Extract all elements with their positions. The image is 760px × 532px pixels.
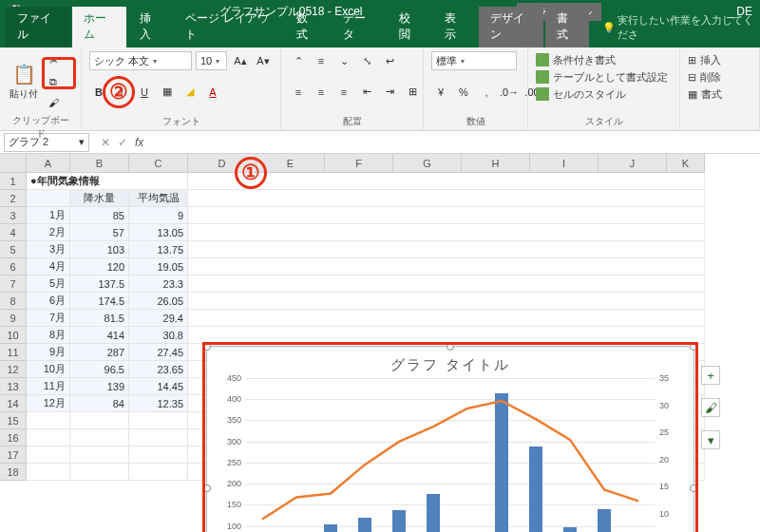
col-header-k[interactable]: K (667, 154, 705, 173)
grid-cell[interactable]: 降水量 (70, 190, 129, 207)
tab-format[interactable]: 書式 (545, 7, 589, 48)
row-header[interactable]: 9 (0, 310, 27, 327)
chart-styles-button[interactable]: 🖌 (701, 398, 720, 417)
grid-cell[interactable] (188, 207, 705, 224)
grid-cell[interactable]: 23.65 (129, 361, 188, 378)
grid-cell[interactable]: 81.5 (70, 310, 129, 327)
col-header-a[interactable]: A (27, 154, 70, 173)
row-header[interactable]: 8 (0, 293, 27, 310)
grid-cell[interactable]: 414 (70, 327, 129, 344)
cell-styles-button[interactable]: セルのスタイル (536, 86, 672, 103)
grid-cell[interactable]: 120 (70, 258, 129, 276)
worksheet-grid[interactable]: A B C D E F G H I J K 1●年間気象情報2降水量平均気温31… (0, 154, 760, 481)
grid-cell[interactable]: 287 (70, 344, 129, 361)
chart-elements-button[interactable]: + (701, 366, 720, 385)
grid-cell[interactable] (188, 293, 705, 310)
grid-cell[interactable]: 26.05 (129, 293, 188, 310)
format-cells-button[interactable]: ▦ 書式 (688, 86, 751, 103)
tab-insert[interactable]: 挿入 (128, 7, 172, 48)
tab-home[interactable]: ホーム (72, 7, 126, 48)
row-header[interactable]: 3 (0, 207, 27, 224)
grid-cell[interactable]: 5月 (27, 276, 70, 293)
grid-cell[interactable] (129, 446, 188, 464)
grid-cell[interactable]: 27.45 (129, 344, 188, 361)
grid-cell[interactable]: 29.4 (129, 310, 188, 327)
grid-cell[interactable]: 8月 (27, 327, 70, 344)
col-header-h[interactable]: H (462, 154, 530, 173)
align-bottom-button[interactable]: ⌄ (334, 51, 353, 70)
grid-cell[interactable] (188, 310, 705, 327)
increase-decimal-button[interactable]: .0→ (500, 83, 519, 102)
fill-color-button[interactable]: ◢ (180, 83, 200, 102)
grid-cell[interactable]: 139 (70, 378, 129, 395)
underline-button[interactable]: U (135, 83, 154, 102)
tab-file[interactable]: ファイル (6, 7, 70, 48)
grid-cell[interactable]: 6月 (27, 293, 70, 310)
grid-cell[interactable]: 84 (70, 395, 129, 412)
grid-cell[interactable]: 23.3 (129, 276, 188, 293)
select-all-corner[interactable] (0, 154, 27, 173)
row-header[interactable]: 16 (0, 429, 27, 446)
grid-cell[interactable] (188, 224, 705, 241)
grid-cell[interactable] (188, 190, 705, 207)
conditional-format-button[interactable]: 条件付き書式 (536, 51, 672, 68)
grid-cell[interactable]: 4月 (27, 258, 70, 276)
row-header[interactable]: 5 (0, 241, 27, 258)
grid-cell[interactable] (27, 464, 70, 481)
grid-cell[interactable]: 96.5 (70, 361, 129, 378)
currency-button[interactable]: ¥ (431, 83, 450, 102)
col-header-i[interactable]: I (530, 154, 598, 173)
grid-cell[interactable] (129, 429, 188, 446)
grid-cell[interactable]: 19.05 (129, 258, 188, 276)
enter-icon[interactable]: ✓ (118, 136, 127, 149)
align-right-button[interactable]: ≡ (334, 83, 353, 102)
align-top-button[interactable]: ⌃ (289, 51, 308, 70)
grid-cell[interactable] (70, 412, 129, 429)
font-name-combo[interactable]: シック 本文▾ (89, 51, 192, 70)
grid-cell[interactable]: 9 (129, 207, 188, 224)
grid-cell[interactable]: 平均気温 (129, 190, 188, 207)
grid-cell[interactable]: 14.45 (129, 378, 188, 395)
embedded-chart[interactable]: グラフ タイトル 050100150200250300350400450 051… (206, 346, 694, 532)
row-header[interactable]: 14 (0, 395, 27, 412)
grid-cell[interactable]: 3月 (27, 241, 70, 258)
tab-review[interactable]: 校閲 (388, 7, 431, 48)
grid-cell[interactable]: 12.35 (129, 395, 188, 412)
grid-cell[interactable]: 103 (70, 241, 129, 258)
decrease-font-button[interactable]: A▾ (254, 51, 273, 70)
row-header[interactable]: 11 (0, 344, 27, 361)
chart-filters-button[interactable]: ▾ (701, 430, 720, 449)
format-as-table-button[interactable]: テーブルとして書式設定 (536, 68, 672, 86)
row-header[interactable]: 4 (0, 224, 27, 241)
increase-font-button[interactable]: A▴ (231, 51, 250, 70)
tab-design[interactable]: デザイン (479, 7, 543, 48)
tab-page-layout[interactable]: ページ レイアウト (174, 7, 283, 48)
borders-button[interactable]: ▦ (158, 83, 177, 102)
tell-me-box[interactable]: 💡 実行したい作業を入力してくださ (602, 13, 760, 48)
grid-cell[interactable] (188, 241, 705, 258)
grid-cell[interactable] (70, 429, 129, 446)
grid-cell[interactable] (70, 446, 129, 464)
align-middle-button[interactable]: ≡ (312, 51, 331, 70)
col-header-b[interactable]: B (70, 154, 129, 173)
row-header[interactable]: 10 (0, 327, 27, 344)
grid-cell[interactable] (188, 327, 705, 344)
font-size-combo[interactable]: 10▾ (196, 51, 227, 70)
font-color-button[interactable]: A (203, 83, 222, 102)
grid-cell[interactable] (188, 276, 705, 293)
fx-icon[interactable]: fx (135, 136, 143, 149)
number-format-combo[interactable]: 標準▾ (431, 51, 517, 70)
row-header[interactable]: 7 (0, 276, 27, 293)
tab-view[interactable]: 表示 (433, 7, 477, 48)
grid-cell[interactable]: 85 (70, 207, 129, 224)
delete-cells-button[interactable]: ⊟ 削除 (688, 68, 751, 86)
grid-cell[interactable] (70, 464, 129, 481)
col-header-j[interactable]: J (598, 154, 667, 173)
insert-cells-button[interactable]: ⊞ 挿入 (688, 51, 751, 68)
row-header[interactable]: 1 (0, 173, 27, 190)
grid-cell[interactable]: 30.8 (129, 327, 188, 344)
grid-cell[interactable]: 13.75 (129, 241, 188, 258)
grid-cell[interactable] (129, 412, 188, 429)
increase-indent-button[interactable]: ⇥ (380, 83, 399, 102)
grid-cell[interactable] (27, 446, 70, 464)
